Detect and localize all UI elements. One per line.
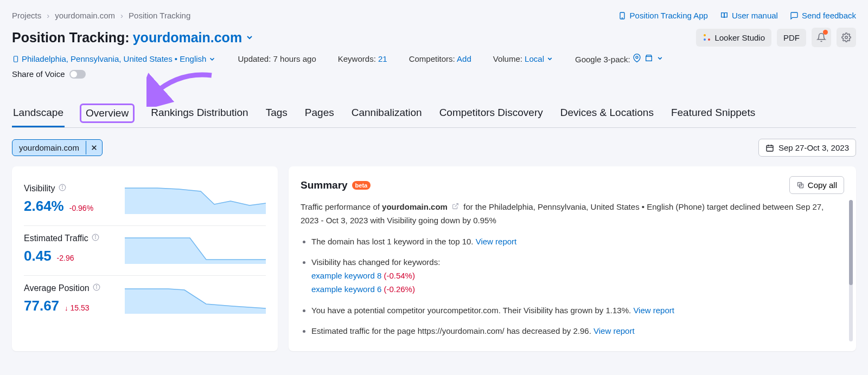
visibility-delta: -0.96% [69,204,93,212]
beta-badge: beta [352,181,371,190]
domain-selector[interactable]: yourdomain.com [133,30,254,46]
share-of-voice-toggle[interactable] [69,70,86,79]
competitors-meta: Competitors: Add [409,54,471,63]
svg-rect-11 [767,145,773,151]
chevron-down-icon[interactable] [656,54,663,63]
summary-bullet: The domain has lost 1 keyword in the top… [311,235,834,249]
settings-button[interactable] [837,28,856,47]
volume-meta: Volume: Local [493,54,553,63]
chevron-down-icon [208,55,216,63]
notifications-button[interactable] [812,28,831,47]
chevron-right-icon: › [47,11,49,20]
tab-overview[interactable]: Overview [80,104,135,123]
summary-intro: Traffic performance of yourdomain.com fo… [301,201,834,228]
share-of-voice-row: Share of Voice [12,69,856,79]
date-range-picker[interactable]: Sep 27-Oct 3, 2023 [758,139,856,157]
svg-point-3 [704,38,706,41]
send-feedback-link[interactable]: Send feedback [790,11,856,20]
cards-row: Visibility 2.64% -0.96% [12,166,856,351]
summary-body: Traffic performance of yourdomain.com fo… [301,201,844,341]
domain-filter-chip: yourdomain.com [12,139,103,156]
svg-point-5 [845,36,848,39]
svg-rect-8 [646,56,652,61]
keywords-count-link[interactable]: 21 [378,54,387,63]
domain-chip-remove[interactable] [86,141,102,154]
position-delta: ↓ 15.53 [65,303,89,312]
user-manual-link[interactable]: User manual [720,11,778,20]
breadcrumb: Projects › yourdomain.com › Position Tra… [12,11,190,20]
traffic-delta: -2.96 [57,254,74,262]
close-icon [91,144,98,151]
calendar-icon [765,144,774,152]
breadcrumb-current: Position Tracking [129,11,190,20]
location-selector[interactable]: Philadelphia, Pennsylvania, United State… [12,54,216,63]
tab-cannibalization[interactable]: Cannibalization [350,104,423,127]
summary-bullet: Visibility has changed for keywords: exa… [311,256,834,296]
title-row: Position Tracking: yourdomain.com Looker… [12,28,856,47]
tab-landscape[interactable]: Landscape [12,104,65,127]
traffic-value: 0.45 [24,248,52,264]
keyword-link[interactable]: example keyword 6 [311,285,381,294]
tab-pages[interactable]: Pages [304,104,335,127]
chevron-down-icon [546,55,553,62]
tab-competitors-discovery[interactable]: Competitors Discovery [438,104,544,127]
book-icon [720,11,729,20]
summary-card: Summary beta Copy all Traffic performanc… [289,166,856,351]
page-title: Position Tracking: [12,30,130,46]
tab-tags[interactable]: Tags [265,104,289,127]
traffic-sparkline [125,234,266,264]
stat-position: Average Position 77.67 ↓ 15.53 [24,276,266,314]
looker-icon [703,33,711,42]
svg-point-2 [704,34,706,36]
stats-card: Visibility 2.64% -0.96% [12,166,278,351]
filter-row: yourdomain.com Sep 27-Oct 3, 2023 [12,139,856,157]
share-of-voice-label: Share of Voice [12,69,65,79]
google-3pack-meta: Google 3-pack: [575,54,663,64]
pos-tracking-app-link[interactable]: Position Tracking App [618,11,708,20]
top-bar: Projects › yourdomain.com › Position Tra… [12,11,856,20]
tabs: Landscape Overview Rankings Distribution… [12,104,856,128]
summary-bullet: Estimated traffic for the page https://y… [311,325,834,338]
pin-icon[interactable] [633,54,641,64]
copy-all-button[interactable]: Copy all [789,176,844,194]
svg-point-23 [96,286,97,286]
svg-point-4 [708,38,710,41]
updated-meta: Updated: 7 hours ago [238,54,316,63]
add-competitors-link[interactable]: Add [457,54,471,63]
copy-icon [796,181,805,189]
view-report-link[interactable]: View report [593,326,635,335]
view-report-link[interactable]: View report [633,306,674,315]
looker-studio-button[interactable]: Looker Studio [696,29,771,47]
keyword-link[interactable]: example keyword 8 [311,271,381,280]
device-icon [618,11,627,20]
stat-traffic: Estimated Traffic 0.45 -2.96 [24,226,266,276]
info-icon[interactable] [59,184,66,193]
pdf-button[interactable]: PDF [777,29,806,47]
info-icon[interactable] [92,234,99,243]
position-value: 77.67 [24,298,59,314]
summary-bullet: You have a potential competitor yourcomp… [311,304,834,318]
svg-point-7 [636,56,638,59]
scrollbar[interactable] [849,200,853,341]
chevron-right-icon: › [120,11,123,20]
tab-featured-snippets[interactable]: Featured Snippets [670,104,756,127]
meta-row: Philadelphia, Pennsylvania, United State… [12,54,856,64]
breadcrumb-projects[interactable]: Projects [12,11,41,20]
volume-selector[interactable]: Local [525,54,553,63]
tab-rankings-distribution[interactable]: Rankings Distribution [150,104,250,127]
info-icon[interactable] [93,283,100,293]
domain-chip-label: yourdomain.com [12,140,86,156]
stat-visibility: Visibility 2.64% -0.96% [24,176,266,226]
external-link-icon[interactable] [452,202,461,211]
svg-line-26 [455,204,458,207]
keywords-meta: Keywords: 21 [338,54,387,63]
business-icon[interactable] [644,54,653,64]
visibility-value: 2.64% [24,198,64,215]
view-report-link[interactable]: View report [476,237,517,246]
gear-icon [841,33,851,42]
summary-title: Summary [301,179,348,191]
tab-devices-locations[interactable]: Devices & Locations [559,104,655,127]
svg-point-17 [62,186,62,186]
breadcrumb-domain[interactable]: yourdomain.com [55,11,115,20]
position-sparkline [125,283,266,314]
